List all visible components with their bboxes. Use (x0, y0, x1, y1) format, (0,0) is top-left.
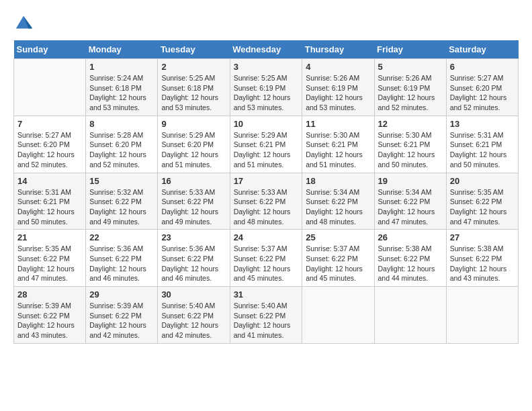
day-info: Sunrise: 5:27 AM Sunset: 6:20 PM Dayligh… (450, 73, 515, 113)
calendar-cell: 26Sunrise: 5:38 AM Sunset: 6:22 PM Dayli… (374, 230, 446, 287)
calendar-cell: 7Sunrise: 5:27 AM Sunset: 6:20 PM Daylig… (14, 116, 86, 173)
day-number: 22 (89, 232, 154, 242)
calendar-cell: 13Sunrise: 5:31 AM Sunset: 6:21 PM Dayli… (446, 116, 518, 173)
calendar-cell: 31Sunrise: 5:40 AM Sunset: 6:22 PM Dayli… (230, 287, 302, 344)
day-info: Sunrise: 5:33 AM Sunset: 6:22 PM Dayligh… (234, 187, 299, 227)
day-info: Sunrise: 5:34 AM Sunset: 6:22 PM Dayligh… (378, 187, 443, 227)
day-of-week-header: Tuesday (158, 40, 230, 59)
day-number: 3 (234, 62, 299, 72)
day-info: Sunrise: 5:30 AM Sunset: 6:21 PM Dayligh… (306, 130, 370, 170)
day-info: Sunrise: 5:40 AM Sunset: 6:22 PM Dayligh… (161, 301, 226, 340)
day-info: Sunrise: 5:37 AM Sunset: 6:22 PM Dayligh… (306, 244, 370, 283)
calendar-week-row: 21Sunrise: 5:35 AM Sunset: 6:22 PM Dayli… (14, 230, 519, 287)
day-number: 13 (450, 119, 515, 129)
calendar-cell: 19Sunrise: 5:34 AM Sunset: 6:22 PM Dayli… (374, 173, 446, 230)
calendar-cell: 9Sunrise: 5:29 AM Sunset: 6:20 PM Daylig… (158, 116, 230, 173)
calendar-table: SundayMondayTuesdayWednesdayThursdayFrid… (13, 40, 519, 344)
day-number: 25 (306, 232, 370, 242)
day-number: 15 (89, 176, 154, 186)
day-number: 26 (378, 232, 443, 242)
day-number: 10 (234, 119, 299, 129)
calendar-cell: 23Sunrise: 5:36 AM Sunset: 6:22 PM Dayli… (158, 230, 230, 287)
calendar-week-row: 14Sunrise: 5:31 AM Sunset: 6:21 PM Dayli… (14, 173, 519, 230)
day-number: 28 (17, 289, 82, 300)
day-info: Sunrise: 5:40 AM Sunset: 6:22 PM Dayligh… (234, 301, 299, 340)
day-info: Sunrise: 5:34 AM Sunset: 6:22 PM Dayligh… (306, 187, 370, 227)
calendar-cell: 14Sunrise: 5:31 AM Sunset: 6:21 PM Dayli… (14, 173, 86, 230)
day-number: 14 (17, 176, 82, 186)
day-number: 31 (234, 289, 299, 300)
day-info: Sunrise: 5:35 AM Sunset: 6:22 PM Dayligh… (450, 187, 515, 227)
day-number: 18 (306, 176, 370, 186)
day-info: Sunrise: 5:29 AM Sunset: 6:20 PM Dayligh… (161, 130, 226, 170)
calendar-cell: 18Sunrise: 5:34 AM Sunset: 6:22 PM Dayli… (302, 173, 374, 230)
calendar-cell: 28Sunrise: 5:39 AM Sunset: 6:22 PM Dayli… (14, 287, 86, 344)
calendar-cell (14, 59, 86, 116)
calendar-cell: 29Sunrise: 5:39 AM Sunset: 6:22 PM Dayli… (86, 287, 158, 344)
day-info: Sunrise: 5:33 AM Sunset: 6:22 PM Dayligh… (161, 187, 226, 227)
day-number: 6 (450, 62, 515, 72)
calendar-cell: 10Sunrise: 5:29 AM Sunset: 6:21 PM Dayli… (230, 116, 302, 173)
calendar-cell: 16Sunrise: 5:33 AM Sunset: 6:22 PM Dayli… (158, 173, 230, 230)
logo-icon (13, 13, 34, 34)
day-info: Sunrise: 5:31 AM Sunset: 6:21 PM Dayligh… (17, 187, 82, 227)
day-info: Sunrise: 5:38 AM Sunset: 6:22 PM Dayligh… (378, 244, 443, 283)
day-number: 12 (378, 119, 443, 129)
logo (13, 13, 36, 34)
day-of-week-header: Thursday (302, 40, 374, 59)
day-number: 5 (378, 62, 443, 72)
day-number: 16 (161, 176, 226, 186)
day-info: Sunrise: 5:37 AM Sunset: 6:22 PM Dayligh… (234, 244, 299, 283)
day-number: 23 (161, 232, 226, 242)
day-number: 24 (234, 232, 299, 242)
day-number: 1 (89, 62, 154, 72)
calendar-cell: 3Sunrise: 5:25 AM Sunset: 6:19 PM Daylig… (230, 59, 302, 116)
day-info: Sunrise: 5:39 AM Sunset: 6:22 PM Dayligh… (89, 301, 154, 340)
calendar-cell: 25Sunrise: 5:37 AM Sunset: 6:22 PM Dayli… (302, 230, 374, 287)
day-info: Sunrise: 5:38 AM Sunset: 6:22 PM Dayligh… (450, 244, 515, 283)
day-number: 17 (234, 176, 299, 186)
day-info: Sunrise: 5:39 AM Sunset: 6:22 PM Dayligh… (17, 301, 82, 340)
calendar-cell: 20Sunrise: 5:35 AM Sunset: 6:22 PM Dayli… (446, 173, 518, 230)
day-of-week-header: Sunday (14, 40, 86, 59)
day-number: 21 (17, 232, 82, 242)
day-of-week-header: Friday (374, 40, 446, 59)
calendar-cell: 11Sunrise: 5:30 AM Sunset: 6:21 PM Dayli… (302, 116, 374, 173)
day-info: Sunrise: 5:25 AM Sunset: 6:19 PM Dayligh… (234, 73, 299, 113)
day-of-week-header: Monday (86, 40, 158, 59)
day-number: 29 (89, 289, 154, 300)
calendar-cell: 21Sunrise: 5:35 AM Sunset: 6:22 PM Dayli… (14, 230, 86, 287)
day-info: Sunrise: 5:24 AM Sunset: 6:18 PM Dayligh… (89, 73, 154, 113)
calendar-cell: 17Sunrise: 5:33 AM Sunset: 6:22 PM Dayli… (230, 173, 302, 230)
day-number: 27 (450, 232, 515, 242)
calendar-week-row: 1Sunrise: 5:24 AM Sunset: 6:18 PM Daylig… (14, 59, 519, 116)
calendar-week-row: 7Sunrise: 5:27 AM Sunset: 6:20 PM Daylig… (14, 116, 519, 173)
calendar-cell: 30Sunrise: 5:40 AM Sunset: 6:22 PM Dayli… (158, 287, 230, 344)
calendar-cell (446, 287, 518, 344)
day-number: 9 (161, 119, 226, 129)
day-info: Sunrise: 5:25 AM Sunset: 6:18 PM Dayligh… (161, 73, 226, 113)
day-number: 7 (17, 119, 82, 129)
calendar-cell: 27Sunrise: 5:38 AM Sunset: 6:22 PM Dayli… (446, 230, 518, 287)
calendar-cell: 8Sunrise: 5:28 AM Sunset: 6:20 PM Daylig… (86, 116, 158, 173)
calendar-cell: 4Sunrise: 5:26 AM Sunset: 6:19 PM Daylig… (302, 59, 374, 116)
day-number: 20 (450, 176, 515, 186)
day-info: Sunrise: 5:28 AM Sunset: 6:20 PM Dayligh… (89, 130, 154, 170)
day-info: Sunrise: 5:36 AM Sunset: 6:22 PM Dayligh… (89, 244, 154, 283)
calendar-header-row: SundayMondayTuesdayWednesdayThursdayFrid… (14, 40, 519, 59)
day-number: 30 (161, 289, 226, 300)
calendar-cell: 24Sunrise: 5:37 AM Sunset: 6:22 PM Dayli… (230, 230, 302, 287)
calendar-cell: 6Sunrise: 5:27 AM Sunset: 6:20 PM Daylig… (446, 59, 518, 116)
calendar-cell: 12Sunrise: 5:30 AM Sunset: 6:21 PM Dayli… (374, 116, 446, 173)
day-number: 2 (161, 62, 226, 72)
day-info: Sunrise: 5:30 AM Sunset: 6:21 PM Dayligh… (378, 130, 443, 170)
calendar-cell (302, 287, 374, 344)
day-info: Sunrise: 5:27 AM Sunset: 6:20 PM Dayligh… (17, 130, 82, 170)
day-info: Sunrise: 5:32 AM Sunset: 6:22 PM Dayligh… (89, 187, 154, 227)
day-info: Sunrise: 5:35 AM Sunset: 6:22 PM Dayligh… (17, 244, 82, 283)
calendar-cell: 22Sunrise: 5:36 AM Sunset: 6:22 PM Dayli… (86, 230, 158, 287)
day-number: 4 (306, 62, 370, 72)
calendar-week-row: 28Sunrise: 5:39 AM Sunset: 6:22 PM Dayli… (14, 287, 519, 344)
calendar-cell: 15Sunrise: 5:32 AM Sunset: 6:22 PM Dayli… (86, 173, 158, 230)
calendar-cell: 2Sunrise: 5:25 AM Sunset: 6:18 PM Daylig… (158, 59, 230, 116)
